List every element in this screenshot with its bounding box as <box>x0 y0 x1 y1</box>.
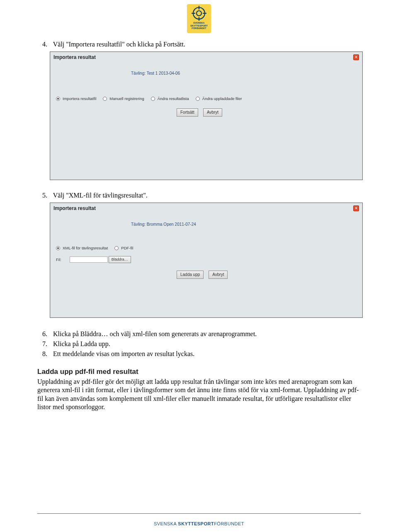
fortsatt-button[interactable]: Fortsätt <box>177 108 198 117</box>
step-7: 7. Klicka på Ladda upp. <box>42 340 361 348</box>
panel2-subtitle-value: Bromma Open 2011-07-24 <box>147 222 196 227</box>
ladda-upp-button[interactable]: Ladda upp <box>177 271 204 279</box>
panel1-title: Importera resultat <box>53 54 96 60</box>
radio-import-resultatfil[interactable] <box>56 97 60 101</box>
logo-text-3: FÖRBUNDET <box>187 27 211 30</box>
radio-andra-uppladdade-filer[interactable] <box>196 97 200 101</box>
section-body: Uppladdning av pdf-filer gör det möjligt… <box>37 378 361 412</box>
close-icon[interactable]: × <box>353 54 359 60</box>
radio-label-import: Importera resultatfil <box>63 96 96 101</box>
footer-bold: SKYTTESPORT <box>178 521 214 526</box>
panel1-subtitle-value: Test 1 2013-04-06 <box>147 71 180 76</box>
step-4: 4. Välj "Importera resultatfil" och klic… <box>42 41 361 48</box>
panel1-subtitle-label: Tävling: <box>131 71 146 76</box>
step-4-num: 4. <box>42 41 51 48</box>
file-input[interactable] <box>70 256 108 263</box>
target-icon <box>192 6 206 21</box>
file-label: Fil: <box>56 257 61 262</box>
radio-manuell-registrering[interactable] <box>103 97 107 101</box>
section-heading: Ladda upp pdf-fil med resultat <box>37 368 361 376</box>
radio-pdf-fil[interactable] <box>114 246 119 250</box>
svg-point-1 <box>197 11 201 16</box>
footer-light2: FÖRBUNDET <box>214 521 244 526</box>
footer-separator <box>37 513 361 514</box>
panel2-radio-row: XML-fil för tävlingsresultat PDF-fil <box>56 246 362 250</box>
avbryt-button[interactable]: Avbryt <box>209 271 228 279</box>
header-logo: SVENSKA SKYTTESPORT FÖRBUNDET <box>37 4 361 33</box>
step-7-num: 7. <box>42 340 51 348</box>
step-5-num: 5. <box>42 192 51 199</box>
step-6-text: Klicka på Bläddra… och välj xml-filen so… <box>53 330 257 337</box>
step-5: 5. Välj "XML-fil för tävlingsresultat". <box>42 192 361 199</box>
step-8-num: 8. <box>42 350 51 358</box>
radio-label-andra-filer: Ändra uppladdade filer <box>202 96 242 101</box>
radio-xml-fil[interactable] <box>56 246 60 250</box>
radio-label-manuell: Manuell registrering <box>109 96 144 101</box>
radio-label-andra-lista: Ändra resultatlista <box>158 96 189 101</box>
screenshot-panel-2: Importera resultat × Tävling: Bromma Ope… <box>50 203 363 318</box>
footer-light1: SVENSKA <box>154 521 178 526</box>
avbryt-button[interactable]: Avbryt <box>203 108 222 117</box>
step-6: 6. Klicka på Bläddra… och välj xml-filen… <box>42 330 361 338</box>
radio-andra-resultatlista[interactable] <box>151 97 155 101</box>
step-7-text: Klicka på Ladda upp. <box>53 340 110 347</box>
panel2-subtitle-label: Tävling: <box>131 222 146 227</box>
panel2-title: Importera resultat <box>53 205 96 211</box>
screenshot-panel-1: Importera resultat × Tävling: Test 1 201… <box>50 51 363 180</box>
panel1-radio-row: Importera resultatfil Manuell registreri… <box>56 96 362 101</box>
step-8: 8. Ett meddelande visas om importen av r… <box>42 350 361 358</box>
close-icon[interactable]: × <box>353 205 359 211</box>
radio-label-xml: XML-fil för tävlingsresultat <box>63 246 108 250</box>
radio-label-pdf: PDF-fil <box>121 246 133 250</box>
step-5-text: Välj "XML-fil för tävlingsresultat". <box>53 192 148 199</box>
browse-button[interactable]: Bläddra… <box>109 256 131 263</box>
step-4-text: Välj "Importera resultatfil" och klicka … <box>53 41 185 48</box>
footer-brand: SVENSKA SKYTTESPORTFÖRBUNDET <box>0 521 398 526</box>
step-8-text: Ett meddelande visas om importen av resu… <box>53 350 194 357</box>
step-6-num: 6. <box>42 330 51 338</box>
